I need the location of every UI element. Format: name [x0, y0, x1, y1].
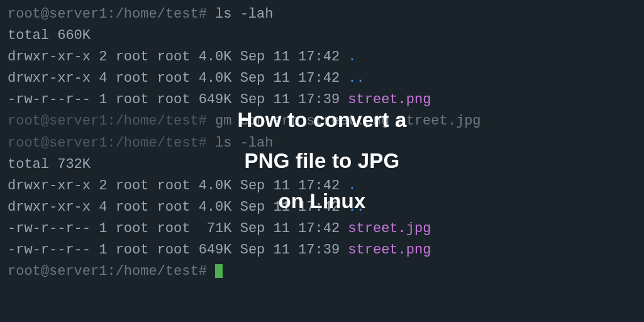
prompt: root@server1:/home/test#: [8, 264, 207, 279]
prompt-line-3: root@server1:/home/test# ls -lah: [8, 133, 636, 154]
prompt: root@server1:/home/test#: [8, 6, 207, 22]
total-line-2: total 732K: [8, 154, 636, 175]
prompt-line-1: root@server1:/home/test# ls -lah: [8, 4, 636, 25]
prompt: root@server1:/home/test#: [8, 135, 207, 151]
ls-row: -rw-r--r-- 1 root root 649K Sep 11 17:39…: [8, 89, 636, 111]
file-street-jpg: street.jpg: [348, 221, 431, 236]
dir-parent: ..: [348, 70, 364, 86]
prompt-line-2: root@server1:/home/test# gm convert stre…: [8, 111, 636, 132]
prompt-line-active[interactable]: root@server1:/home/test#: [8, 261, 636, 282]
command-ls: ls -lah: [215, 6, 273, 22]
ls-row: drwxr-xr-x 2 root root 4.0K Sep 11 17:42…: [8, 47, 636, 68]
dir-current: .: [348, 49, 356, 65]
ls-row: drwxr-xr-x 2 root root 4.0K Sep 11 17:42…: [8, 175, 636, 197]
cursor-block: [215, 264, 223, 278]
ls-row: -rw-r--r-- 1 root root 649K Sep 11 17:39…: [8, 240, 636, 261]
file-street-png: street.png: [348, 92, 431, 108]
total-line-1: total 660K: [8, 25, 636, 47]
prompt: root@server1:/home/test#: [8, 113, 207, 129]
ls-row: drwxr-xr-x 4 root root 4.0K Sep 11 17:42…: [8, 197, 636, 218]
command-gm-convert: gm convert street.png street.jpg: [215, 113, 480, 129]
dir-parent: ..: [348, 199, 364, 215]
ls-row: drwxr-xr-x 4 root root 4.0K Sep 11 17:42…: [8, 68, 636, 89]
terminal-output[interactable]: root@server1:/home/test# ls -lah total 6…: [8, 4, 636, 282]
file-street-png: street.png: [348, 242, 431, 258]
command-ls: ls -lah: [215, 135, 273, 151]
ls-row: -rw-r--r-- 1 root root 71K Sep 11 17:42 …: [8, 218, 636, 240]
dir-current: .: [348, 178, 356, 194]
